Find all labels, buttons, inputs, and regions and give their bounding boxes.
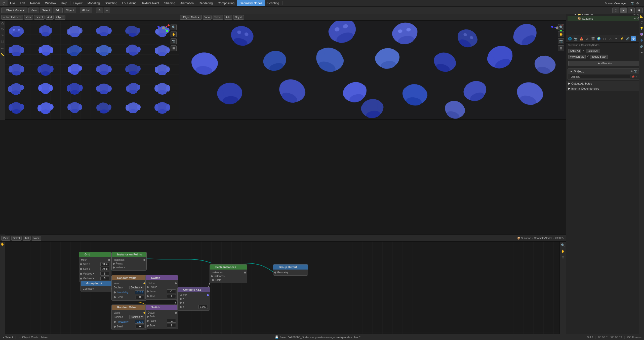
node-rv2-toggle[interactable] (114, 306, 116, 309)
viewport-shading-solid[interactable]: ● (620, 8, 627, 13)
modifier-header[interactable]: ▼ ⚙ Geo... 👁 📷 ✕ (568, 69, 642, 74)
workspace-geometry-nodes[interactable]: Geometry Nodes (237, 0, 265, 6)
viewport-vis-icon[interactable]: ↗ (587, 55, 589, 59)
node-switch-1[interactable]: Switch Output Switch False -1 (145, 275, 178, 300)
prop-output-tab[interactable]: 📤 (579, 36, 584, 41)
node-grid-verty-value[interactable]: 5 (100, 277, 109, 280)
node-editor-add-btn[interactable]: Add (23, 236, 31, 241)
nav-camera-btn[interactable]: 📷 (171, 38, 177, 44)
node-editor-node-btn[interactable]: Node (32, 236, 41, 241)
node-group-input[interactable]: Group Input Geometry (80, 281, 114, 292)
node-rv2-seed-value[interactable]: 0 (136, 325, 144, 328)
workspace-sculpting[interactable]: Sculpting (102, 0, 120, 6)
menu-help[interactable]: Help (58, 0, 70, 6)
node-combine-xyz-toggle[interactable] (180, 288, 182, 291)
apply-cancel-icon[interactable]: ✕ (582, 49, 585, 53)
mod-render-toggle[interactable]: 📷 (634, 70, 637, 73)
node-scale-instances[interactable]: Scale Instances Instances Instances Scal… (210, 264, 247, 283)
workspace-rendering[interactable]: Rendering (196, 0, 215, 6)
vpr-add-btn[interactable]: Add (224, 15, 232, 20)
internal-deps-section[interactable]: ▶ Internal Dependencies (566, 86, 644, 91)
workspace-modeling[interactable]: Modeling (85, 0, 102, 6)
mod-vis-toggle[interactable]: 👁 (630, 70, 633, 73)
vp-object-btn[interactable]: Object (55, 15, 65, 20)
modifier-pin-icon[interactable]: 📌 (631, 75, 634, 78)
menu-file[interactable]: File (8, 0, 17, 6)
node-switch1-toggle[interactable] (148, 277, 150, 279)
node-switch2-false-value[interactable]: -1 (167, 319, 176, 323)
add-modifier-btn[interactable]: Add Modifier (568, 61, 642, 66)
mode-selector[interactable]: ○ Object Mode ▼ (1, 8, 27, 13)
prop-physics-tab[interactable]: ⚡ (619, 36, 624, 41)
node-random-value-2[interactable]: Random Value Value Boolean Boolean ▼ Pro… (111, 305, 147, 330)
proportional-btn[interactable]: ○ (104, 8, 110, 13)
rpanel-icon-5[interactable]: 🔮 (639, 35, 644, 37)
modifier-id-input[interactable] (570, 75, 630, 79)
node-zoom-icon[interactable]: 🔍 (560, 243, 566, 248)
node-hand-icon[interactable]: ✋ (560, 249, 566, 254)
node-random-value-1[interactable]: Random Value Value Boolean Boolean ▼ Pro… (111, 275, 147, 301)
node-rv2-prob-value[interactable]: 0.500 (135, 320, 144, 324)
node-group-output[interactable]: Group Output Geometry (273, 264, 308, 276)
nav-hand-btn[interactable]: ✋ (171, 31, 177, 37)
modifier-external-icon[interactable]: ↗ (635, 75, 637, 78)
node-rv1-prob-value[interactable]: 0.500 (135, 290, 144, 294)
node-grid[interactable]: Grid Mesh Size X 10 m Size Y 10 m (79, 252, 111, 282)
node-switch-2[interactable]: Switch Output Switch False -1 (145, 305, 178, 329)
measure-tool[interactable]: 📏 (0, 52, 5, 57)
node-switch1-false-value[interactable]: -1 (167, 289, 176, 293)
viewport-shading-material[interactable]: ◑ (628, 8, 635, 13)
node-rv1-toggle[interactable] (114, 277, 116, 279)
view-btn[interactable]: View (28, 8, 39, 13)
suzanne-item[interactable]: 🐒 Suzanne 👁 ⊙ 🎬 (568, 16, 643, 21)
apply-all-btn[interactable]: Apply All (568, 49, 581, 53)
node-instance-on-points[interactable]: Instance on Points Instances Points Inst… (111, 252, 147, 271)
select-btn[interactable]: Select (40, 8, 52, 13)
vpr-view-btn[interactable]: View (203, 15, 212, 20)
suz-vis-1[interactable]: 👁 (633, 17, 636, 20)
node-group-output-toggle[interactable] (275, 266, 278, 268)
viewport-shading-rendered[interactable]: ◉ (636, 8, 643, 13)
node-switch2-true-value[interactable]: 1 (167, 324, 176, 327)
node-switch2-toggle[interactable] (148, 306, 150, 309)
node-rv1-seed-value[interactable]: 0 (136, 295, 144, 299)
navr-zoom-btn[interactable]: 🔍 (558, 24, 564, 30)
node-grid-sizex-value[interactable]: 10 m (100, 262, 109, 266)
suz-vis-2[interactable]: ⊙ (636, 17, 638, 20)
vpr-select-btn[interactable]: Select (213, 15, 223, 20)
node-grid-toggle[interactable] (81, 253, 84, 256)
workspace-compositing[interactable]: Compositing (215, 0, 237, 6)
menu-render[interactable]: Render (28, 0, 43, 6)
workspace-layout[interactable]: Layout (71, 0, 85, 6)
node-instance-toggle[interactable] (114, 253, 116, 256)
viewport-vis-btn[interactable]: Viewport Vis (568, 55, 586, 59)
node-rv1-bool-select[interactable]: Boolean ▼ (129, 286, 144, 289)
output-attributes-section[interactable]: ▶ Output Attributes (566, 81, 644, 86)
scale-tool[interactable]: ⤡ (0, 33, 5, 38)
toggle-stack-btn[interactable]: Toggle Stack (590, 55, 608, 59)
node-grid-sizey-value[interactable]: 10 m (100, 267, 109, 271)
workspace-scripting[interactable]: Scripting (265, 0, 282, 6)
navr-hand-btn[interactable]: ✋ (558, 31, 564, 37)
node-grid-vertx-value[interactable]: 5 (100, 272, 109, 276)
vp-view-btn[interactable]: View (24, 15, 33, 20)
node-switch1-true-value[interactable]: 1 (167, 294, 176, 298)
node-combine-xyz[interactable]: Combine XYZ Vector X Y Z 1.00 (177, 287, 210, 311)
prop-view-layer-tab[interactable]: 🗂 (585, 36, 590, 41)
vp-mode-btn[interactable]: ○ Object Mode ▼ (1, 15, 23, 20)
nav-zoom-btn[interactable]: 🔍 (171, 24, 177, 30)
node-group-input-toggle[interactable] (83, 282, 85, 285)
prop-scene2-tab[interactable]: 🎬 (590, 36, 595, 41)
navr-grid-btn[interactable]: ⊞ (558, 45, 564, 51)
navr-camera-btn[interactable]: 📷 (558, 38, 564, 44)
workspace-shading[interactable]: Shading (162, 0, 178, 6)
object-btn[interactable]: Object (64, 8, 76, 13)
vpr-object-btn[interactable]: Object (233, 15, 244, 20)
vp-select-btn[interactable]: Select (34, 15, 45, 20)
menu-blender-logo[interactable]: ⬡ (0, 0, 8, 6)
prop-mesh-tab[interactable]: △ (608, 36, 613, 41)
prop-object-tab[interactable]: ◻ (602, 36, 607, 41)
rpanel-icon-7[interactable]: 🔗 (639, 44, 644, 49)
rotate-tool[interactable]: ↻ (0, 27, 5, 32)
node-editor-view-btn[interactable]: View (1, 236, 10, 241)
